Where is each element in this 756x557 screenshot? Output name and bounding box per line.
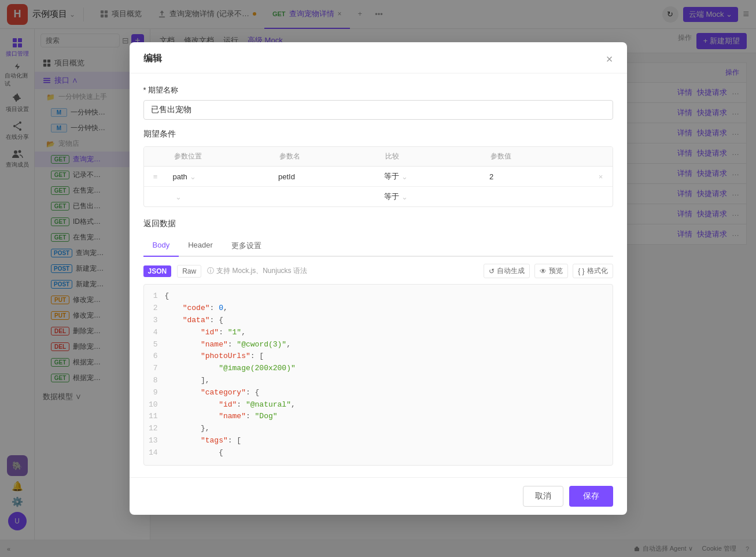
name-field-group: * 期望名称	[143, 85, 613, 120]
toolbar-right: ↺ 自动生成 👁 预览 { } 格式化	[484, 264, 613, 278]
modal-title: 编辑	[143, 53, 162, 65]
param-input[interactable]	[272, 187, 378, 206]
conditions-table: 参数位置 参数名 比较 参数值 ≡ path ⌄	[143, 146, 613, 207]
tab-header[interactable]: Header	[179, 236, 222, 257]
col-value: 参数值	[484, 147, 589, 166]
modal-body: * 期望名称 期望条件 参数位置 参数名 比较 参数值	[130, 73, 627, 477]
code-line: 4 "id": "1",	[144, 327, 613, 339]
cond-row-2: ⌄ 等于 ⌄	[144, 187, 613, 206]
modal-footer: 取消 保存	[130, 477, 627, 515]
return-data-section: 返回数据 Body Header 更多设置 JSON Raw ⓘ 支持 Mock…	[143, 219, 613, 465]
cancel-btn[interactable]: 取消	[523, 486, 563, 507]
col-action	[589, 147, 613, 166]
code-line: 12 },	[144, 423, 613, 435]
col-param: 参数名	[272, 147, 378, 166]
col-compare: 比较	[378, 147, 484, 166]
delete-row-btn[interactable]	[589, 187, 613, 206]
data-tabs: Body Header 更多设置	[143, 236, 613, 257]
compare-select[interactable]: 等于 ⌄	[378, 167, 484, 186]
conditions-section: 期望条件 参数位置 参数名 比较 参数值 ≡	[143, 129, 613, 207]
code-line: 8 ],	[144, 375, 613, 387]
code-line: 2 "code": 0,	[144, 303, 613, 315]
position-select[interactable]: path ⌄	[167, 167, 273, 186]
format-raw-btn[interactable]: Raw	[177, 265, 201, 278]
value-input[interactable]	[484, 167, 589, 186]
mock-hint: ⓘ 支持 Mock.js、Nunjucks 语法	[207, 266, 307, 276]
save-btn[interactable]: 保存	[569, 486, 613, 507]
col-drag	[144, 147, 167, 166]
code-line: 3 "data": {	[144, 315, 613, 327]
position-select[interactable]: ⌄	[167, 187, 273, 206]
name-label: * 期望名称	[143, 85, 613, 95]
cond-row-1: ≡ path ⌄ 等于 ⌄	[144, 167, 613, 187]
code-line: 1 {	[144, 290, 613, 303]
tab-body[interactable]: Body	[143, 236, 179, 257]
modal-close-btn[interactable]: ×	[606, 53, 613, 65]
cond-header-row: 参数位置 参数名 比较 参数值	[144, 147, 613, 167]
value-input[interactable]	[484, 187, 589, 206]
code-line: 6 "photoUrls": [	[144, 351, 613, 363]
name-input[interactable]	[143, 100, 613, 120]
preview-btn[interactable]: 👁 预览	[534, 264, 568, 278]
param-input[interactable]	[272, 167, 378, 186]
modal-header: 编辑 ×	[130, 42, 627, 73]
code-editor[interactable]: 1 { 2 "code": 0, 3 "data": { 4	[143, 284, 613, 465]
delete-row-btn[interactable]: ×	[589, 167, 613, 186]
edit-modal: 编辑 × * 期望名称 期望条件 参数位置 参数名	[130, 42, 627, 514]
code-line: 14 {	[144, 447, 613, 459]
toolbar-row: JSON Raw ⓘ 支持 Mock.js、Nunjucks 语法 ↺ 自动生成	[143, 264, 613, 278]
format-btn[interactable]: { } 格式化	[573, 264, 613, 278]
auto-generate-btn[interactable]: ↺ 自动生成	[484, 264, 530, 278]
conditions-title: 期望条件	[143, 129, 613, 139]
code-line: 11 "name": "Dog"	[144, 411, 613, 423]
drag-handle[interactable]	[144, 187, 167, 206]
code-line: 5 "name": "@cword(3)",	[144, 339, 613, 351]
code-line: 13 "tags": [	[144, 435, 613, 447]
tab-more-settings[interactable]: 更多设置	[222, 236, 271, 257]
format-json-btn[interactable]: JSON	[143, 265, 172, 277]
col-position: 参数位置	[167, 147, 273, 166]
code-line: 10 "id": "@natural",	[144, 399, 613, 411]
code-line: 9 "category": {	[144, 387, 613, 399]
return-data-title: 返回数据	[143, 219, 613, 229]
drag-handle[interactable]: ≡	[144, 167, 167, 186]
compare-select[interactable]: 等于 ⌄	[378, 187, 484, 206]
code-line: 7 "@image(200x200)"	[144, 363, 613, 375]
modal-overlay: 编辑 × * 期望名称 期望条件 参数位置 参数名	[0, 0, 756, 557]
